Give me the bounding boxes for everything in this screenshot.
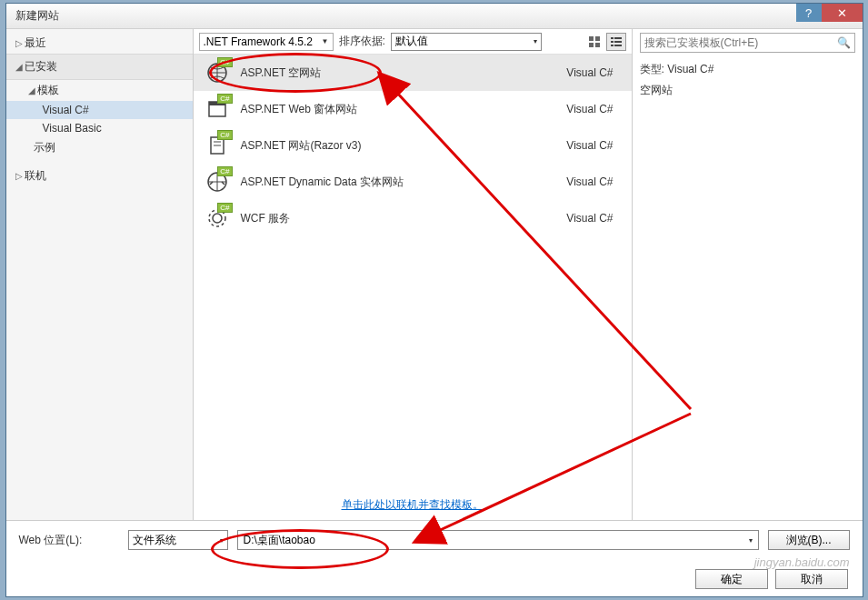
svg-rect-1 (595, 36, 600, 41)
view-list-button[interactable] (606, 33, 626, 51)
template-lang: Visual C# (566, 103, 620, 115)
search-input[interactable] (644, 36, 837, 49)
template-lang: Visual C# (566, 66, 620, 79)
tree-visual-basic[interactable]: Visual Basic (6, 119, 193, 137)
tree-recent[interactable]: ▷ 最近 (6, 33, 193, 54)
tree-label: 已安装 (25, 59, 57, 75)
close-button[interactable]: ✕ (822, 4, 863, 22)
details-panel: 🔍 类型: Visual C# 空网站 (633, 29, 863, 520)
tree-visual-csharp[interactable]: Visual C# (6, 101, 193, 119)
template-lang: Visual C# (566, 139, 620, 152)
document-icon: C# (205, 133, 230, 158)
view-grid-button[interactable] (584, 33, 604, 51)
svg-rect-8 (611, 45, 614, 46)
web-location-label: Web 位置(L): (19, 533, 119, 548)
sort-dropdown[interactable]: 默认值 ▾ (391, 33, 542, 51)
tree-label: 联机 (25, 168, 46, 184)
template-name: ASP.NET 空网站 (241, 65, 567, 81)
grid-icon (588, 35, 601, 48)
template-lang: Visual C# (566, 212, 620, 225)
window-icon: C# (205, 96, 230, 122)
window-title: 新建网站 (15, 8, 59, 24)
type-info: 类型: Visual C# (640, 62, 855, 77)
titlebar: 新建网站 ? ✕ (6, 4, 863, 29)
list-icon (610, 35, 623, 48)
watermark: jingyan.baidu.com (754, 555, 850, 569)
svg-rect-7 (614, 41, 622, 43)
chevron-down-icon: ▾ (534, 37, 537, 45)
svg-rect-6 (611, 41, 614, 43)
chevron-down-icon: ▼ (322, 37, 329, 45)
tree-templates[interactable]: ◢ 模板 (6, 80, 193, 101)
csharp-badge: C# (217, 130, 232, 140)
path-value: D:\桌面\taobao (244, 533, 315, 548)
svg-rect-4 (611, 37, 614, 39)
category-tree: ▷ 最近 ◢ 已安装 ◢ 模板 Visual C# Visual Basic 示… (6, 29, 194, 520)
template-aspnet-dynamic[interactable]: C# ASP.NET Dynamic Data 实体网站 Visual C# (194, 164, 632, 200)
location-type-value: 文件系统 (133, 533, 176, 548)
globe-icon: C# (205, 60, 230, 85)
template-name: ASP.NET Web 窗体网站 (241, 102, 567, 117)
location-bar: Web 位置(L): 文件系统 ▾ D:\桌面\taobao ▾ 浏览(B)..… (6, 520, 863, 559)
template-wcf[interactable]: C# WCF 服务 Visual C# (194, 200, 632, 236)
svg-rect-9 (614, 45, 622, 46)
gear-icon: C# (205, 205, 230, 231)
csharp-badge: C# (217, 94, 232, 104)
type-value: Visual C# (667, 63, 713, 75)
tree-label: Visual C# (43, 104, 89, 116)
sort-value: 默认值 (395, 34, 428, 49)
cancel-button[interactable]: 取消 (775, 569, 848, 589)
ok-button[interactable]: 确定 (695, 569, 768, 589)
chevron-down-icon: ◢ (15, 62, 25, 72)
svg-rect-0 (589, 36, 594, 41)
help-button[interactable]: ? (796, 4, 822, 22)
type-label: 类型: (640, 63, 664, 75)
tree-label: 最近 (25, 35, 46, 51)
framework-dropdown[interactable]: .NET Framework 4.5.2 ▼ (199, 33, 334, 51)
tree-label: Visual Basic (43, 122, 102, 135)
template-list: C# ASP.NET 空网站 Visual C# C# ASP.NET Web … (194, 55, 632, 490)
tree-sample[interactable]: 示例 (6, 137, 193, 158)
chevron-down-icon: ▾ (220, 536, 224, 545)
filter-bar: .NET Framework 4.5.2 ▼ 排序依据: 默认值 ▾ (194, 29, 632, 55)
globe-data-icon: C# (205, 169, 230, 195)
description: 空网站 (640, 83, 855, 98)
template-aspnet-empty[interactable]: C# ASP.NET 空网站 Visual C# (194, 55, 632, 91)
framework-value: .NET Framework 4.5.2 (204, 35, 313, 48)
csharp-badge: C# (217, 57, 232, 67)
chevron-right-icon: ▷ (15, 171, 25, 181)
browse-button[interactable]: 浏览(B)... (768, 530, 850, 550)
location-type-dropdown[interactable]: 文件系统 ▾ (128, 530, 228, 550)
template-name: ASP.NET 网站(Razor v3) (241, 138, 567, 154)
template-lang: Visual C# (566, 175, 620, 188)
svg-rect-2 (589, 43, 594, 47)
tree-online[interactable]: ▷ 联机 (6, 165, 193, 186)
sort-label: 排序依据: (339, 34, 385, 49)
svg-rect-5 (614, 37, 622, 39)
csharp-badge: C# (217, 203, 232, 213)
svg-rect-3 (595, 43, 600, 47)
path-input[interactable]: D:\桌面\taobao ▾ (237, 530, 759, 550)
chevron-down-icon: ▾ (749, 536, 753, 545)
svg-point-17 (213, 214, 222, 223)
chevron-right-icon: ▷ (15, 38, 25, 48)
template-name: WCF 服务 (241, 211, 567, 226)
template-aspnet-razor[interactable]: C# ASP.NET 网站(Razor v3) Visual C# (194, 127, 632, 164)
tree-installed[interactable]: ◢ 已安装 (6, 54, 193, 80)
template-aspnet-webforms[interactable]: C# ASP.NET Web 窗体网站 Visual C# (194, 91, 632, 127)
csharp-badge: C# (217, 166, 232, 176)
tree-label: 示例 (34, 140, 55, 155)
tree-label: 模板 (37, 83, 59, 98)
template-name: ASP.NET Dynamic Data 实体网站 (241, 175, 567, 190)
search-box[interactable]: 🔍 (640, 33, 855, 53)
chevron-down-icon: ◢ (28, 85, 37, 95)
search-icon: 🔍 (837, 36, 851, 49)
search-online-link[interactable]: 单击此处以联机并查找模板。 (194, 490, 632, 520)
